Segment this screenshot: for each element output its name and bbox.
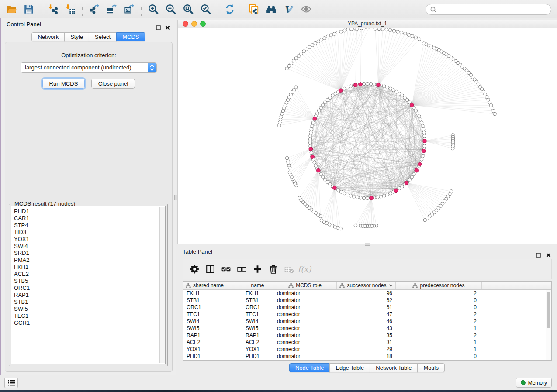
mcds-result-item[interactable]: STP4 <box>14 222 165 229</box>
mcds-result-item[interactable]: RAP1 <box>14 292 165 299</box>
refresh-network-button[interactable] <box>221 2 239 17</box>
tab-network[interactable]: Network <box>31 32 65 41</box>
run-mcds-button[interactable]: Run MCDS <box>42 79 85 89</box>
tab-motifs[interactable]: Motifs <box>417 363 445 372</box>
mcds-result-item[interactable]: CAR1 <box>14 215 165 222</box>
table-settings-button[interactable] <box>187 261 202 277</box>
cell-predecessor-nodes: 0 <box>396 304 482 311</box>
table-row[interactable]: PHD1PHD1dominator180 <box>183 353 551 360</box>
cell-predecessor-nodes: 1 <box>396 325 482 332</box>
table-row[interactable]: ACE2ACE2connector311 <box>183 339 551 346</box>
tab-edge-table[interactable]: Edge Table <box>329 363 370 372</box>
column-header-mcds-role[interactable]: MCDS role <box>273 282 337 289</box>
close-panel-icon[interactable] <box>165 22 170 28</box>
delete-table-button[interactable] <box>281 261 297 277</box>
clone-network-button[interactable] <box>245 2 263 17</box>
close-window-icon[interactable] <box>183 21 188 27</box>
tab-network-table[interactable]: Network Table <box>370 363 418 372</box>
select-all-columns-button[interactable] <box>218 261 234 277</box>
main-toolbar: V <box>0 0 557 18</box>
minimize-window-icon[interactable] <box>191 21 197 27</box>
tab-node-table[interactable]: Node Table <box>289 363 330 372</box>
column-header-shared-name[interactable]: shared name <box>183 282 242 289</box>
scrollbar-thumb[interactable] <box>547 292 550 328</box>
cell-name: TEC1 <box>242 311 273 318</box>
mcds-result-item[interactable]: ACE2 <box>14 271 165 278</box>
mcds-result-item[interactable]: PMA2 <box>14 257 165 264</box>
maximize-window-icon[interactable] <box>200 21 206 27</box>
table-row[interactable]: FKH1FKH1dominator962 <box>183 290 551 297</box>
network-canvas[interactable] <box>178 28 557 244</box>
zoom-out-button[interactable] <box>162 2 180 17</box>
network-window-titlebar: YPA_prune.txt_1 <box>178 20 557 28</box>
cell-successor-nodes: 62 <box>337 297 396 304</box>
deselect-all-columns-button[interactable] <box>234 261 249 277</box>
mcds-panel: Optimization criterion: largest connecte… <box>5 42 173 372</box>
optimization-criterion-select[interactable]: largest connected component (undirected) <box>21 62 157 73</box>
mcds-result-item[interactable]: ORC1 <box>14 285 165 292</box>
open-file-icon <box>6 3 17 15</box>
table-row[interactable]: TEC1TEC1connector472 <box>183 311 551 318</box>
tab-style[interactable]: Style <box>64 32 89 41</box>
delete-columns-button[interactable] <box>265 261 281 277</box>
table-row[interactable]: YOX1YOX1connector291 <box>183 346 551 353</box>
open-file-button[interactable] <box>3 2 20 17</box>
mcds-result-item[interactable]: TID3 <box>14 229 165 236</box>
table-row[interactable]: SWI5SWI5connector431 <box>183 325 551 332</box>
mcds-result-item[interactable]: STB5 <box>14 278 165 285</box>
delete-columns-icon <box>268 264 279 275</box>
tab-select[interactable]: Select <box>89 32 117 41</box>
mcds-result-item[interactable]: SRD1 <box>14 250 165 257</box>
mcds-result-item[interactable]: SWI4 <box>14 243 165 250</box>
save-session-button[interactable] <box>20 2 38 17</box>
column-header-predecessor-nodes[interactable]: predecessor nodes <box>396 282 482 289</box>
cell-successor-nodes: 61 <box>337 304 396 311</box>
table-settings-icon <box>189 264 200 275</box>
show-hide-button[interactable] <box>298 2 315 17</box>
cell-predecessor-nodes: 0 <box>396 297 482 304</box>
column-header-name[interactable]: name <box>242 282 273 289</box>
float-panel-icon[interactable] <box>156 22 161 28</box>
mcds-result-item[interactable]: TEC1 <box>14 313 165 320</box>
horizontal-splitter[interactable] <box>365 243 370 246</box>
search-network-button[interactable] <box>263 2 280 17</box>
memory-button[interactable]: Memory <box>516 378 552 388</box>
clone-network-icon <box>248 3 259 15</box>
table-row[interactable]: RAP1RAP1dominator352 <box>183 332 551 339</box>
export-image-icon <box>124 3 135 15</box>
cell-name: ORC1 <box>242 304 273 311</box>
zoom-selected-button[interactable] <box>197 2 214 17</box>
tab-mcds[interactable]: MCDS <box>116 32 145 41</box>
vizmapper-button[interactable]: V <box>280 2 298 17</box>
add-column-button[interactable] <box>249 261 265 277</box>
column-header-successor-nodes[interactable]: successor nodes <box>337 282 396 289</box>
vertical-splitter[interactable] <box>174 195 177 200</box>
export-image-button[interactable] <box>121 2 138 17</box>
export-network-button[interactable] <box>86 2 103 17</box>
table-row[interactable]: STB1STB1dominator620 <box>183 297 551 304</box>
zoom-fit-button[interactable] <box>180 2 197 17</box>
close-table-panel-icon[interactable] <box>546 250 551 255</box>
list-scrollbar[interactable] <box>159 207 165 363</box>
import-network-button[interactable] <box>44 2 62 17</box>
mcds-result-item[interactable]: SWI5 <box>14 306 165 313</box>
table-row[interactable]: SWI4SWI4dominator462 <box>183 318 551 325</box>
table-row[interactable]: ORC1ORC1dominator610 <box>183 304 551 311</box>
zoom-in-button[interactable] <box>145 2 162 17</box>
table-scrollbar[interactable] <box>546 290 551 360</box>
mcds-result-item[interactable]: PHD1 <box>14 208 165 215</box>
mcds-result-item[interactable]: FKH1 <box>14 264 165 271</box>
cell-successor-nodes: 46 <box>337 318 396 325</box>
close-panel-button[interactable]: Close panel <box>91 79 135 89</box>
search-input[interactable] <box>437 5 551 14</box>
mcds-result-item[interactable]: YOX1 <box>14 236 165 243</box>
export-table-button[interactable] <box>103 2 121 17</box>
mcds-result-item[interactable]: STB1 <box>14 299 165 306</box>
mcds-result-item[interactable]: GCR1 <box>14 320 165 327</box>
float-table-panel-icon[interactable] <box>536 250 541 255</box>
column-visibility-button[interactable] <box>202 261 218 277</box>
import-table-button[interactable] <box>62 2 79 17</box>
panel-menu-button[interactable] <box>4 378 18 388</box>
function-builder-button[interactable]: f(x) <box>297 261 312 277</box>
toolbar-separator <box>242 3 242 16</box>
